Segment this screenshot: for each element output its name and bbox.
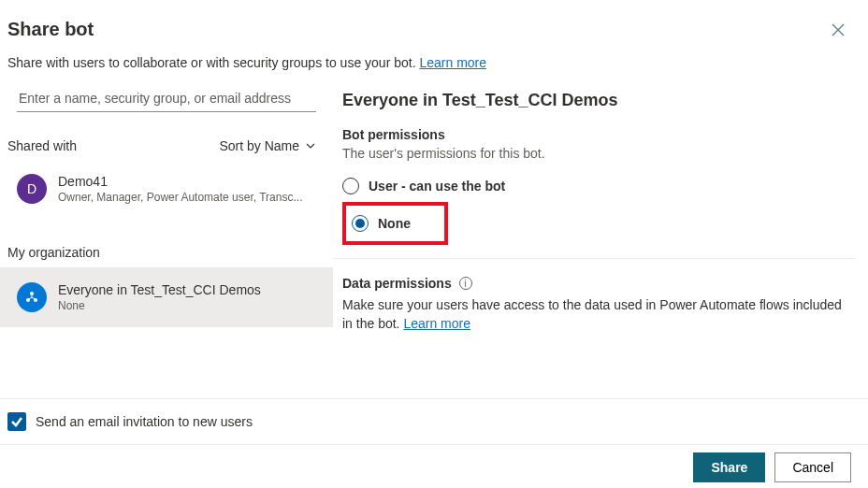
user-name: Demo41 [58,174,302,189]
org-permission: None [58,299,261,312]
sort-label: Sort by Name [219,138,299,153]
info-icon[interactable]: i [459,277,472,290]
org-avatar [17,282,47,312]
checkmark-icon [10,415,23,428]
close-icon [832,23,845,36]
chevron-down-icon [305,140,316,151]
my-organization-label: My organization [0,217,333,267]
bot-permissions-sub: The user's permissions for this bot. [342,146,855,161]
learn-more-link[interactable]: Learn more [419,55,486,70]
highlight-none-option: None [342,202,448,245]
radio-none[interactable]: None [352,209,411,237]
org-group-icon [24,290,39,305]
data-permissions-heading: Data permissions [342,276,452,291]
radio-user-label: User - can use the bot [369,179,505,194]
divider [333,258,855,259]
sort-by-name[interactable]: Sort by Name [219,138,316,153]
radio-none-label: None [378,216,411,231]
bot-permissions-heading: Bot permissions [342,127,855,142]
share-button[interactable]: Share [693,452,765,482]
dialog-description: Share with users to collaborate or with … [0,46,868,85]
radio-icon [342,178,359,194]
svg-point-2 [30,292,34,295]
dialog-title: Share bot [0,0,868,46]
shared-with-label: Shared with [7,138,77,153]
close-button[interactable] [829,21,847,39]
data-learn-more-link[interactable]: Learn more [403,316,470,331]
email-invite-label: Send an email invitation to new users [36,414,253,429]
description-text: Share with users to collaborate or with … [7,55,416,70]
cancel-button[interactable]: Cancel [774,452,851,482]
org-entry-selected[interactable]: Everyone in Test_Test_CCI Demos None [0,267,333,327]
user-roles: Owner, Manager, Power Automate user, Tra… [58,191,302,204]
shared-user-row[interactable]: D Demo41 Owner, Manager, Power Automate … [0,161,333,217]
email-invite-row[interactable]: Send an email invitation to new users [0,398,868,445]
email-invite-checkbox[interactable] [7,412,26,431]
radio-icon [352,215,369,232]
radio-user-can-use[interactable]: User - can use the bot [342,172,855,200]
org-name: Everyone in Test_Test_CCI Demos [58,282,261,297]
selected-entity-title: Everyone in Test_Test_CCI Demos [342,91,855,110]
share-search-input[interactable] [17,85,316,112]
user-avatar: D [17,174,47,204]
